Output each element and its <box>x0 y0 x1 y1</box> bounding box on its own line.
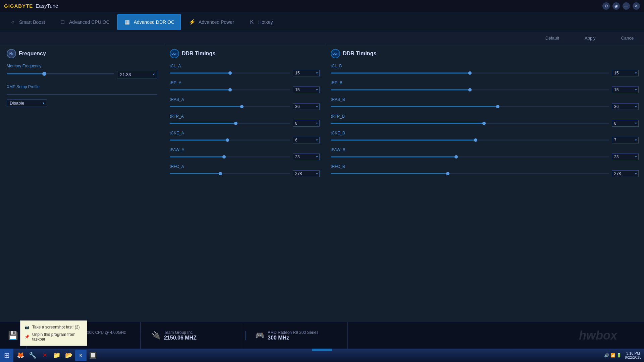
timing-select-wrapper-trp-a: 15 ▼ <box>293 86 320 93</box>
timing-row-trfc-a: tRFC_A 278 ▼ <box>170 164 320 177</box>
timing-select-trfc-b[interactable]: 278 <box>612 170 639 177</box>
timing-control-tcke-a: 6 ▼ <box>170 137 320 143</box>
timing-label-trp-a: tRP_A <box>170 80 320 85</box>
timing-control-trtp-a: 8 ▼ <box>170 120 320 127</box>
timing-select-trp-b[interactable]: 15 <box>612 86 639 93</box>
wifi-button[interactable]: ◉ <box>612 2 620 10</box>
timing-label-tcke-b: tCKE_B <box>331 131 639 135</box>
smart-boost-label: Smart Boost <box>19 19 45 25</box>
tab-hotkey[interactable]: K Hotkey <box>242 14 279 30</box>
save-icon: 💾 <box>8 331 18 340</box>
screenshot-label: Take a screenshot fast! (2) <box>32 325 79 329</box>
timing-slider-tcl-b[interactable] <box>331 70 609 76</box>
tab-advanced-power[interactable]: ⚡ Advanced Power <box>182 14 240 30</box>
timing-control-tfaw-b: 23 ▼ <box>331 154 639 160</box>
timing-select-tcke-b[interactable]: 7 <box>612 137 639 143</box>
timing-row-tras-b: tRAS_B 36 ▼ <box>331 97 639 110</box>
timing-row-tfaw-a: tFAW_A 23 ▼ <box>170 147 320 160</box>
taskbar-app[interactable]: 🔲 <box>87 350 99 361</box>
timing-slider-tcke-a[interactable] <box>170 137 290 143</box>
timing-slider-tcke-b[interactable] <box>331 137 609 143</box>
settings-button[interactable]: ⚙ <box>602 2 610 10</box>
tooltip-unpin[interactable]: 📌 Unpin this program from taskbar <box>24 331 83 343</box>
timing-select-tcl-a[interactable]: 15 <box>293 70 320 76</box>
gpu-info: AMD Radeon R9 200 Series 300 MHz <box>268 330 318 341</box>
timing-select-trtp-b[interactable]: 8 <box>612 120 639 127</box>
timing-control-trfc-a: 278 ▼ <box>170 170 320 177</box>
timing-slider-trp-b[interactable] <box>331 87 609 93</box>
taskbar-folder[interactable]: 📁 <box>51 350 62 361</box>
tab-advanced-ddr-oc[interactable]: ▦ Advanced DDR OC <box>117 14 181 30</box>
timing-select-tcke-a[interactable]: 6 <box>293 137 320 143</box>
timing-select-wrapper-tras-b: 36 ▼ <box>612 103 639 110</box>
timing-slider-tras-b[interactable] <box>331 104 609 109</box>
timing-slider-trtp-b[interactable] <box>331 121 609 126</box>
timing-row-tcl-a: tCL_A 15 ▼ <box>170 64 320 76</box>
timing-select-tcl-b[interactable]: 15 <box>612 70 639 76</box>
timing-slider-tfaw-b[interactable] <box>331 154 609 160</box>
timing-select-tras-a[interactable]: 36 <box>293 103 320 110</box>
ddr-a-title: DDR Timings <box>182 51 215 57</box>
brand-label: GIGABYTE <box>4 3 33 9</box>
timing-control-tras-a: 36 ▼ <box>170 103 320 110</box>
gpu-status-section: 🎮 AMD Radeon R9 200 Series 300 MHz <box>247 322 348 349</box>
memory-freq-label: Memory Frequency <box>7 64 157 68</box>
taskbar-tool1[interactable]: 🔧 <box>27 350 38 361</box>
ddr-timings-b-panel: DDR DDR Timings tCL_B 15 <box>325 44 644 335</box>
close-button[interactable]: ✕ <box>633 2 640 10</box>
timing-slider-trfc-a[interactable] <box>170 171 290 176</box>
ram-freq: 2150.06 MHZ <box>164 335 197 341</box>
apply-button[interactable]: Apply <box>582 34 598 42</box>
cpu-oc-icon: □ <box>59 18 66 26</box>
tooltip-screenshot[interactable]: 📷 Take a screenshot fast! (2) <box>24 323 83 331</box>
timing-select-trfc-a[interactable]: 278 <box>293 170 320 177</box>
ddr-timings-a-panel: DDR DDR Timings tCL_A 15 <box>164 44 325 335</box>
screenshot-icon: 📷 <box>24 325 30 329</box>
timing-slider-trtp-a[interactable] <box>170 121 290 126</box>
window-controls: ⚙ ◉ — ✕ <box>602 2 640 10</box>
ddr-a-icon: DDR <box>170 49 179 58</box>
memory-freq-slider[interactable] <box>7 70 114 77</box>
taskbar-firefox[interactable]: 🦊 <box>15 350 26 361</box>
tab-advanced-cpu-oc[interactable]: □ Advanced CPU OC <box>53 14 116 30</box>
minimize-button[interactable]: — <box>623 2 630 10</box>
start-button[interactable]: ⊞ <box>0 349 13 362</box>
timing-control-trp-a: 15 ▼ <box>170 86 320 93</box>
xmp-select[interactable]: Disable Profile 1 Profile 2 <box>7 99 47 107</box>
timing-select-tras-b[interactable]: 36 <box>612 103 639 110</box>
ddr-b-header: DDR DDR Timings <box>331 49 639 58</box>
ram-icon: 🔌 <box>152 331 161 340</box>
timing-control-tcl-b: 15 ▼ <box>331 70 639 76</box>
xmp-slider[interactable] <box>7 91 157 98</box>
timing-select-trtp-a[interactable]: 8 <box>293 120 320 127</box>
memory-freq-select[interactable]: 21.33 18.67 24.00 <box>117 71 157 78</box>
taskbar-tool2[interactable]: ✕ <box>39 350 50 361</box>
ram-inner: 🔌 Team Group Inc 2150.06 MHZ <box>152 330 197 341</box>
ddr-oc-icon: ▦ <box>124 18 131 26</box>
timing-select-tfaw-b[interactable]: 23 <box>612 154 639 160</box>
timing-label-trfc-b: tRFC_B <box>331 164 639 169</box>
timing-select-wrapper-trfc-b: 278 ▼ <box>612 170 639 177</box>
smart-boost-icon: ○ <box>9 18 16 26</box>
taskbar-gigabyte[interactable]: K <box>75 350 87 361</box>
timing-slider-tras-a[interactable] <box>170 104 290 109</box>
default-button[interactable]: Default <box>543 34 562 42</box>
timing-select-trp-a[interactable]: 15 <box>293 86 320 93</box>
timing-slider-tfaw-a[interactable] <box>170 154 290 160</box>
timing-select-wrapper-tcke-a: 6 ▼ <box>293 137 320 143</box>
timing-slider-tcl-a[interactable] <box>170 70 290 76</box>
timing-select-wrapper-tcl-b: 15 ▼ <box>612 70 639 76</box>
timing-slider-trp-a[interactable] <box>170 87 290 93</box>
timing-select-wrapper-trfc-a: 278 ▼ <box>293 170 320 177</box>
timing-slider-trfc-b[interactable] <box>331 171 609 176</box>
timing-row-tcke-b: tCKE_B 7 ▼ <box>331 131 639 143</box>
cancel-button[interactable]: Cancel <box>619 34 637 42</box>
timing-select-tfaw-a[interactable]: 23 <box>293 154 320 160</box>
hwbox-area: hwbox <box>579 328 644 343</box>
taskbar-files[interactable]: 📂 <box>63 350 74 361</box>
timing-select-wrapper-trtp-a: 8 ▼ <box>293 120 320 127</box>
tray-icons: 🔊 📶 🔋 <box>604 353 622 358</box>
tab-smart-boost[interactable]: ○ Smart Boost <box>3 14 51 30</box>
taskbar-right: 🔊 📶 🔋 3:16 PM 9/22/2015 <box>601 351 644 359</box>
frequency-title: Frequency <box>19 51 46 57</box>
